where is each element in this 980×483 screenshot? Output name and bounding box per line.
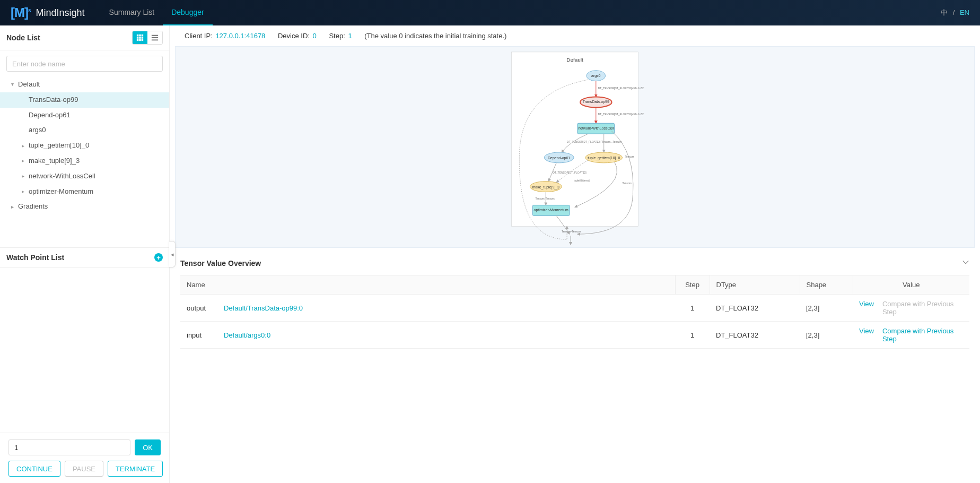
sidebar-collapse-handle[interactable]: ◂ [169,241,176,268]
th-name: Name [180,275,675,295]
svg-rect-10 [152,37,158,38]
lang-sep: / [953,8,955,16]
language-switch: 中 / EN [941,8,969,18]
svg-text:optimizer-Momentum: optimizer-Momentum [534,208,569,212]
continue-button[interactable]: CONTINUE [8,461,60,477]
lang-en[interactable]: EN [960,8,969,16]
watch-point-header: Watch Point List + [0,247,169,268]
graph-area[interactable]: Default args0 DT_TENSOR[DT_FLOAT32]×32×1… [175,46,975,248]
tensor-section: Tensor Value Overview Name Step DType Sh… [170,248,980,349]
svg-text:Tensors-Tensors: Tensors-Tensors [562,230,581,233]
svg-text:DT_TENSOR[DT_FLOAT32]×32×1×32×: DT_TENSOR[DT_FLOAT32]×32×1×32×32 [598,87,644,90]
node-search-input[interactable] [6,56,163,72]
tree-item-args0[interactable]: args0 [0,123,169,138]
chevron-right-icon: ▸ [10,204,15,210]
tensor-name-link[interactable]: Default/TransData-op99:0 [224,304,303,312]
node-list-header: Node List [0,25,169,50]
client-ip-value: 127.0.0.1:41678 [215,32,265,40]
svg-text:tuple[8 items]: tuple[8 items] [574,179,590,182]
svg-text:Tensors: Tensors [623,182,632,185]
info-bar: Client IP: 127.0.0.1:41678 Device ID: 0 … [170,25,980,46]
compare-link: Compare with Previous Step [882,300,963,316]
step-input[interactable] [8,439,130,455]
chevron-right-icon: ▸ [20,143,25,149]
device-id-label: Device ID: [278,32,310,40]
graph-svg: Default args0 DT_TENSOR[DT_FLOAT32]×32×1… [506,47,644,247]
step-hint: (The value 0 indicates the initial train… [364,32,506,40]
svg-text:Tensors-Tensors: Tensors-Tensors [535,197,555,200]
svg-text:Depend-op61: Depend-op61 [548,156,570,160]
app-name: MindInsight [36,7,85,19]
node-list-title: Node List [6,33,40,42]
chevron-down-icon: ▾ [10,82,15,87]
tensor-title: Tensor Value Overview [180,259,261,268]
terminate-button[interactable]: TERMINATE [108,461,163,477]
svg-text:DT_TENSOR[DT_FLOAT32]×32×1×32×: DT_TENSOR[DT_FLOAT32]×32×1×32×32 [598,113,644,116]
ok-button[interactable]: OK [135,439,161,455]
compare-link[interactable]: Compare with Previous Step [882,327,963,343]
svg-text:Default: Default [566,57,583,63]
svg-rect-5 [142,37,144,39]
table-row: outputDefault/TransData-op99:0 1 DT_FLOA… [180,295,969,322]
tensor-table: Name Step DType Shape Value outputDefaul… [180,275,969,349]
tree-item-gradients[interactable]: ▸Gradients [0,199,169,214]
tensor-name-link[interactable]: Default/args0:0 [224,331,270,339]
client-ip-label: Client IP: [185,32,213,40]
watch-point-title: Watch Point List [6,253,64,262]
svg-rect-8 [142,39,144,41]
table-row: inputDefault/args0:0 1 DT_FLOAT32 [2,3] … [180,322,969,349]
tree-item-make-tuple[interactable]: ▸make_tuple[9]_3 [0,153,169,169]
tensor-header: Tensor Value Overview [180,254,969,272]
chevron-right-icon: ▸ [20,189,25,194]
svg-text:args0: args0 [591,74,601,78]
svg-rect-2 [142,34,144,37]
chevron-down-icon[interactable] [962,258,969,268]
watch-point-body [0,268,169,433]
grid-view-button[interactable] [133,31,147,44]
tree-item-network[interactable]: ▸network-WithLossCell [0,169,169,184]
logo: [M]s MindInsight [11,5,85,20]
svg-text:tuple_getitem[10]_0: tuple_getitem[10]_0 [588,156,620,160]
svg-text:network-WithLossCell: network-WithLossCell [578,126,614,130]
step-label: Step: [329,32,345,40]
tree-item-optimizer[interactable]: ▸optimizer-Momentum [0,184,169,200]
view-link[interactable]: View [859,327,874,343]
tree-item-tuple-getitem[interactable]: ▸tuple_getitem[10]_0 [0,138,169,153]
th-dtype: DType [710,275,800,295]
chevron-right-icon: ▸ [20,174,25,179]
node-search [0,50,169,77]
svg-text:make_tuple[9]_3: make_tuple[9]_3 [532,185,560,189]
sidebar: Node List ▾Default TransData-op99 Depend… [0,25,170,483]
tree-item-default[interactable]: ▾Default [0,77,169,92]
lang-zh[interactable]: 中 [941,8,948,16]
tab-summary-list[interactable]: Summary List [101,0,163,25]
chevron-right-icon: ▸ [20,158,25,163]
view-toggle [132,31,163,45]
svg-rect-6 [137,39,139,41]
nav-tabs: Summary List Debugger [101,0,213,25]
tree-item-depend[interactable]: Depend-op61 [0,108,169,123]
step-value: 1 [348,32,352,40]
debug-controls: OK CONTINUE PAUSE TERMINATE [0,433,169,483]
svg-rect-3 [137,37,139,39]
app-header: [M]s MindInsight Summary List Debugger 中… [0,0,980,25]
device-id-value: 0 [313,32,317,40]
view-link[interactable]: View [859,300,874,316]
tab-debugger[interactable]: Debugger [163,0,213,25]
pause-button: PAUSE [65,461,103,477]
svg-rect-1 [139,34,141,37]
content-area: ◂ Client IP: 127.0.0.1:41678 Device ID: … [170,25,980,483]
logo-icon: [M]s [11,5,31,20]
svg-rect-0 [137,34,139,37]
svg-rect-7 [139,39,141,41]
tree-item-transdata[interactable]: TransData-op99 [0,92,169,108]
svg-rect-4 [139,37,141,39]
svg-text:Tensors: Tensors [625,156,635,158]
node-tree: ▾Default TransData-op99 Depend-op61 args… [0,77,169,247]
list-view-button[interactable] [147,31,162,44]
grid-icon [136,34,144,41]
add-watch-point-button[interactable]: + [154,253,163,262]
svg-text:DT_TENSOR[DT_FLOAT32]: DT_TENSOR[DT_FLOAT32] [553,171,587,174]
svg-text:TransData-op99: TransData-op99 [583,100,609,104]
svg-rect-9 [152,35,158,36]
